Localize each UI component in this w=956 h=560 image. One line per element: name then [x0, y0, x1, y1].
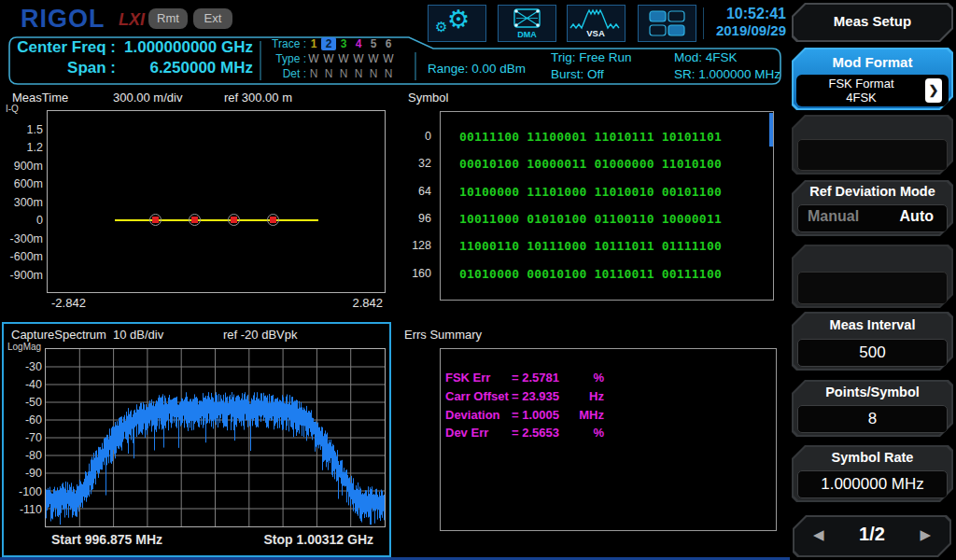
option-manual[interactable]: Manual	[808, 208, 859, 225]
spectrum-scale: 10 dB/div	[113, 328, 163, 342]
menu-title: Meas Setup	[792, 13, 953, 29]
spectrum-plot[interactable]	[45, 348, 386, 527]
meastime-plot[interactable]	[47, 110, 386, 293]
symbol-index-0: 0	[400, 130, 431, 143]
option-auto[interactable]: Auto	[900, 208, 934, 225]
center-freq-label: Center Freq :	[13, 38, 116, 57]
trace-select-1[interactable]: 1	[306, 37, 321, 50]
ref-deviation-mode-label: Ref Deviation Mode	[792, 184, 953, 199]
menu-title-key: Meas Setup	[792, 3, 953, 42]
points-per-symbol-key[interactable]: Points/Symbol 8	[792, 380, 953, 437]
page-next-icon[interactable]: ▶	[920, 526, 931, 543]
spectrum-ytick--100: -100	[0, 485, 42, 498]
points-per-symbol-value: 8	[797, 405, 948, 433]
points-per-symbol-label: Points/Symbol	[792, 385, 953, 399]
trace-det-4: N	[351, 67, 366, 80]
symbol-bits-row-64: 10100000 11101000 11010010 00101100	[459, 185, 722, 199]
trace-select-5[interactable]: 5	[366, 37, 381, 50]
meastime-ytick-0: 0	[0, 214, 43, 227]
page-nav-key[interactable]: ◀ 1/2 ▶	[793, 515, 951, 557]
symbol-title: Symbol	[408, 91, 448, 105]
spectrum-ytick--90: -90	[0, 467, 42, 480]
symbol-bits-row-160: 01010000 00010100 10110011 00111100	[459, 267, 722, 281]
symbol-bits-row-32: 00010100 10000011 01000000 11010100	[459, 157, 722, 171]
err-unit-1: Hz	[557, 389, 604, 403]
meastime-trace-label: I-Q	[6, 104, 19, 114]
mod-format-value-box: FSK Format 4FSK ❯	[796, 75, 949, 106]
symbol-index-128: 128	[400, 239, 431, 252]
symbol-rate-value: 1.000000 MHz	[797, 470, 948, 498]
trace-select-4[interactable]: 4	[351, 37, 366, 50]
spectrum-ref: ref -20 dBVpk	[223, 328, 298, 342]
err-name-0: FSK Err	[445, 371, 490, 385]
symbol-index-32: 32	[400, 157, 431, 170]
type-label: Type :	[265, 52, 306, 65]
spectrum-start-label: Start 996.875 MHz	[51, 532, 162, 547]
meastime-ytick--300m: -300m	[0, 232, 43, 245]
trace-det-3: N	[336, 67, 351, 80]
symbol-marker-3	[270, 217, 276, 223]
meastime-ytick-600m: 600m	[0, 177, 43, 190]
err-name-3: Dev Err	[445, 426, 488, 440]
spectrum-ytick--110: -110	[0, 503, 42, 516]
range-readout: Range: 0.00 dBm	[428, 62, 526, 76]
trace-select-6[interactable]: 6	[381, 37, 396, 50]
center-freq-value: 1.000000000 GHz	[112, 38, 253, 57]
span-label: Span :	[13, 59, 116, 77]
symbol-rate-label: Symbol Rate	[792, 450, 953, 465]
meastime-ytick-1.5: 1.5	[0, 123, 43, 136]
mod-readout: Mod: 4FSK	[674, 50, 738, 64]
meas-interval-value: 500	[797, 339, 948, 367]
trace-type-2: W	[321, 52, 336, 65]
span-value: 6.250000 MHz	[112, 59, 253, 77]
err-name-1: Carr Offset	[445, 389, 509, 403]
mod-format-key[interactable]: Mod Format FSK Format 4FSK ❯	[792, 48, 953, 110]
symbol-bits-row-0: 00111100 11100001 11010111 10101101	[459, 130, 722, 144]
submenu-arrow-icon: ❯	[925, 78, 942, 103]
rsa-screen: RIGOL LXI Rmt Ext ⚙ ⚙ DMA VSA 10:5	[0, 0, 956, 560]
spectrum-trace-label: LogMag	[7, 342, 41, 352]
symbol-index-160: 160	[400, 267, 431, 280]
trace-type-6: W	[381, 52, 396, 65]
meastime-ytick-300m: 300m	[0, 196, 43, 209]
meastime-ytick-900m: 900m	[0, 160, 43, 173]
spectrum-ytick--30: -30	[0, 360, 42, 373]
meas-interval-key[interactable]: Meas Interval 500	[792, 312, 953, 371]
spectrum-ytick--80: -80	[0, 449, 42, 462]
symbol-rate-key[interactable]: Symbol Rate 1.000000 MHz	[792, 445, 953, 502]
meastime-ref: ref 300.00 m	[224, 91, 292, 105]
err-value-0: = 2.5781	[512, 371, 559, 385]
err-unit-2: MHz	[557, 408, 604, 422]
trig-readout: Trig: Free Run	[551, 50, 632, 64]
meastime-ytick--600m: -600m	[0, 250, 43, 263]
ref-deviation-mode-key[interactable]: Ref Deviation Mode Manual Auto	[792, 180, 953, 236]
meastime-x-right: 2.842	[317, 296, 383, 310]
softkey-empty-2-box	[797, 272, 948, 304]
det-label: Det :	[265, 67, 306, 80]
trace-select-3[interactable]: 3	[336, 37, 351, 50]
trace-type-4: W	[351, 52, 366, 65]
spectrum-ytick--40: -40	[0, 378, 42, 391]
trace-select-2[interactable]: 2	[321, 37, 336, 50]
trace-det-6: N	[381, 67, 396, 80]
ref-deviation-mode-box: Manual Auto	[797, 204, 948, 232]
spectrum-trace	[46, 349, 385, 526]
err-name-2: Deviation	[445, 408, 500, 422]
meastime-title: MeasTime	[12, 91, 68, 105]
spectrum-ytick--60: -60	[0, 413, 42, 427]
trace-type-1: W	[306, 52, 321, 65]
err-value-2: = 1.0005	[512, 408, 559, 422]
symbol-scrollbar[interactable]	[769, 113, 773, 147]
softkey-empty-1	[792, 115, 953, 175]
meastime-ytick--900m: -900m	[0, 269, 43, 282]
errs-title: Errs Summary	[404, 328, 482, 342]
symbol-marker-2	[231, 217, 237, 223]
meastime-x-left: -2.842	[51, 296, 86, 310]
symbol-marker-0	[152, 217, 159, 223]
trace-det-1: N	[306, 67, 321, 80]
mod-format-value-line1: FSK Format	[796, 77, 926, 91]
trace-type-5: W	[366, 52, 381, 65]
symbol-marker-1	[191, 217, 198, 223]
softkey-empty-1-box	[797, 139, 948, 171]
trace-det-5: N	[366, 67, 381, 80]
